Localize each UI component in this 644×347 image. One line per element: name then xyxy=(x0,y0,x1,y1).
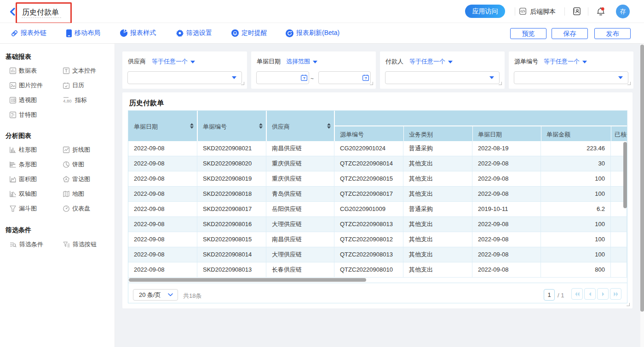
svg-text:4,80: 4,80 xyxy=(63,98,72,103)
